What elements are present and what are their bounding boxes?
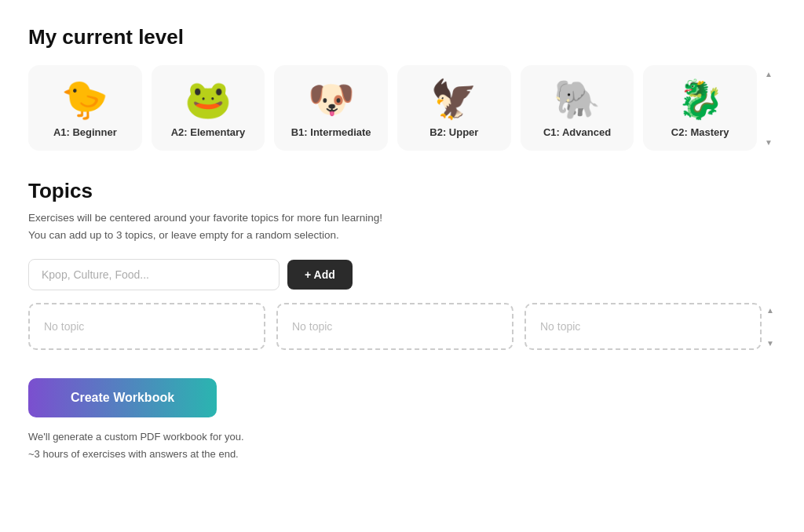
create-description: We'll generate a custom PDF workbook for… (28, 428, 776, 463)
level-cards-list: 🐤A1: Beginner🐸A2: Elementary🐶B1: Interme… (28, 65, 757, 151)
level-scroll-bar: ▲ ▼ (762, 65, 776, 151)
level-emoji-a1: 🐤 (61, 81, 108, 118)
level-card-a2[interactable]: 🐸A2: Elementary (152, 65, 265, 151)
level-card-b2[interactable]: 🦅B2: Upper (397, 65, 511, 151)
level-cards-container: 🐤A1: Beginner🐸A2: Elementary🐶B1: Interme… (28, 65, 776, 151)
level-emoji-c2: 🐉 (677, 81, 724, 118)
level-emoji-a2: 🐸 (185, 81, 232, 118)
topic-box-2[interactable]: No topic (276, 303, 513, 350)
level-label-a1: A1: Beginner (53, 126, 117, 138)
topic-box-3[interactable]: No topic (524, 303, 762, 350)
create-section: Create Workbook We'll generate a custom … (28, 378, 776, 463)
level-label-b2: B2: Upper (429, 126, 478, 138)
topics-scroll-bar: ▲ ▼ (765, 303, 776, 350)
level-card-c2[interactable]: 🐉C2: Mastery (643, 65, 757, 151)
level-emoji-b2: 🦅 (430, 81, 477, 118)
scroll-down-icon[interactable]: ▼ (763, 137, 774, 148)
add-topic-button[interactable]: + Add (287, 260, 353, 290)
level-emoji-c1: 🐘 (554, 81, 601, 118)
topics-description-line1: Exercises will be centered around your f… (28, 210, 776, 227)
level-card-c1[interactable]: 🐘C1: Advanced (521, 65, 634, 151)
level-card-a1[interactable]: 🐤A1: Beginner (28, 65, 142, 151)
create-description-line1: We'll generate a custom PDF workbook for… (28, 428, 776, 446)
create-workbook-button[interactable]: Create Workbook (28, 378, 217, 417)
topics-section: Topics Exercises will be centered around… (28, 179, 776, 350)
level-label-a2: A2: Elementary (171, 126, 246, 138)
topic-boxes-list: No topicNo topicNo topic (28, 303, 762, 350)
topics-scroll-down-icon[interactable]: ▼ (765, 337, 776, 348)
topics-description: Exercises will be centered around your f… (28, 210, 776, 243)
topic-search-input[interactable] (28, 259, 280, 290)
level-label-b1: B1: Intermediate (291, 126, 371, 138)
topics-description-line2: You can add up to 3 topics, or leave emp… (28, 227, 776, 244)
create-description-line2: ~3 hours of exercises with answers at th… (28, 446, 776, 463)
topic-box-1[interactable]: No topic (28, 303, 265, 350)
topic-boxes-wrapper: No topicNo topicNo topic ▲ ▼ (28, 303, 776, 350)
topics-title: Topics (28, 179, 776, 203)
topics-scroll-up-icon[interactable]: ▲ (765, 304, 776, 315)
level-label-c2: C2: Mastery (671, 126, 729, 138)
topic-input-row: + Add (28, 259, 776, 290)
level-emoji-b1: 🐶 (308, 81, 355, 118)
level-card-b1[interactable]: 🐶B1: Intermediate (274, 65, 388, 151)
page-title: My current level (28, 25, 776, 49)
level-label-c1: C1: Advanced (543, 126, 611, 138)
scroll-up-icon[interactable]: ▲ (763, 68, 774, 79)
